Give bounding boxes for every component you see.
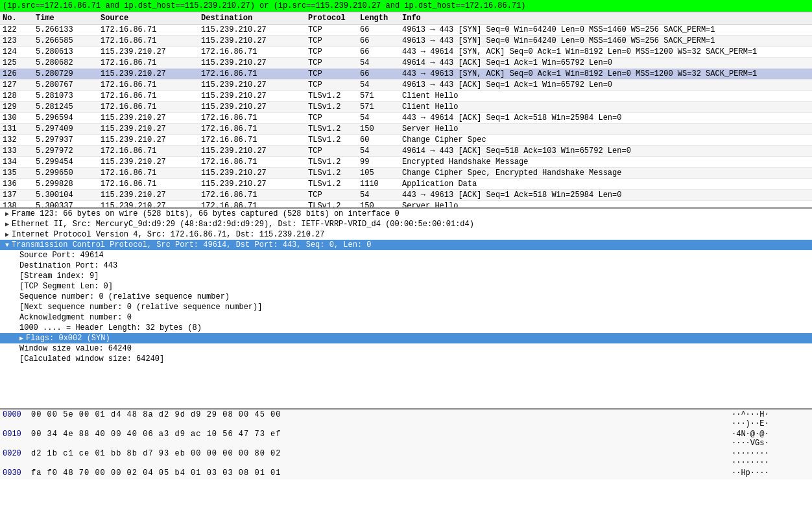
table-row[interactable]: 133 5.297972 172.16.86.71 115.239.210.27… (0, 146, 812, 157)
packet-source: 115.239.210.27 (101, 124, 201, 133)
packet-info: 443 → 49614 [ACK] Seq=1 Ack=518 Win=2598… (402, 113, 812, 122)
packet-proto: TLSv1.2 (308, 91, 360, 100)
packet-proto: TCP (308, 191, 360, 200)
packet-no: 127 (0, 80, 36, 89)
packet-time: 5.299828 (36, 179, 101, 189)
packet-no: 136 (0, 179, 36, 189)
hex-row: 0000 00 00 5e 00 01 d4 48 8a d2 9d d9 29… (0, 410, 812, 429)
expand-icon: ▶ (5, 231, 9, 238)
table-row[interactable]: 129 5.281245 172.16.86.71 115.239.210.27… (0, 102, 812, 113)
packet-len: 54 (360, 191, 402, 200)
col-header-protocol: Protocol (308, 14, 360, 23)
detail-tcp-field: [Next sequence number: 0 (relative seque… (0, 302, 812, 312)
packet-list: 122 5.266133 172.16.86.71 115.239.210.27… (0, 25, 812, 207)
packet-dest: 172.16.86.71 (201, 135, 308, 145)
hex-ascii: ··Hp···· ········ (732, 468, 809, 480)
expand-icon: ▶ (5, 220, 9, 228)
packet-len: 54 (360, 80, 402, 89)
table-row[interactable]: 125 5.280682 172.16.86.71 115.239.210.27… (0, 58, 812, 69)
table-row[interactable]: 128 5.281073 172.16.86.71 115.239.210.27… (0, 91, 812, 102)
packet-source: 115.239.210.27 (101, 69, 201, 78)
packet-source: 172.16.86.71 (101, 91, 201, 100)
packet-proto: TLSv1.2 (308, 124, 360, 133)
filter-bar[interactable]: (ip.src==172.16.86.71 and ip.dst_host==1… (0, 0, 812, 12)
packet-dest: 115.239.210.27 (201, 58, 308, 67)
packet-source: 115.239.210.27 (101, 135, 201, 145)
packet-info: Change Cipher Spec (402, 135, 812, 145)
packet-source: 172.16.86.71 (101, 36, 201, 45)
hex-bytes: 00 00 5e 00 01 d4 48 8a d2 9d d9 29 08 0… (31, 410, 726, 428)
detail-tcp-row[interactable]: ▼Transmission Control Protocol, Src Port… (0, 240, 812, 250)
packet-dest: 115.239.210.27 (201, 91, 308, 100)
packet-len: 66 (360, 69, 402, 78)
packet-no: 122 (0, 25, 36, 34)
table-row[interactable]: 137 5.300104 115.239.210.27 172.16.86.71… (0, 190, 812, 201)
table-row[interactable]: 122 5.266133 172.16.86.71 115.239.210.27… (0, 25, 812, 36)
packet-proto: TCP (308, 25, 360, 34)
hex-ascii: ·4N·@·@· ····VGs· (732, 430, 809, 448)
detail-ip-row[interactable]: ▶Internet Protocol Version 4, Src: 172.1… (0, 229, 812, 240)
table-row[interactable]: 126 5.280729 115.239.210.27 172.16.86.71… (0, 69, 812, 80)
table-row[interactable]: 135 5.299650 172.16.86.71 115.239.210.27… (0, 168, 812, 179)
expand-icon: ▼ (5, 242, 9, 249)
hex-offset: 0000 (3, 410, 29, 428)
detail-tcp-field: Sequence number: 0 (relative sequence nu… (0, 292, 812, 302)
packet-dest: 115.239.210.27 (201, 146, 308, 156)
packet-time: 5.280613 (36, 47, 101, 56)
detail-flags-text: Flags: 0x002 (SYN) (26, 334, 110, 343)
packet-dest: 115.239.210.27 (201, 25, 308, 34)
packet-len: 105 (360, 168, 402, 178)
table-row[interactable]: 131 5.297409 115.239.210.27 172.16.86.71… (0, 124, 812, 135)
detail-tcp-field: 1000 .... = Header Length: 32 bytes (8) (0, 323, 812, 333)
packet-dest: 115.239.210.27 (201, 80, 308, 89)
table-row[interactable]: 130 5.296594 115.239.210.27 172.16.86.71… (0, 113, 812, 124)
detail-ethernet-text: Ethernet II, Src: MercuryC_9d:d9:29 (48:… (12, 220, 474, 229)
table-row[interactable]: 123 5.266585 172.16.86.71 115.239.210.27… (0, 36, 812, 47)
packet-no: 128 (0, 91, 36, 100)
packet-no: 135 (0, 168, 36, 178)
table-row[interactable]: 136 5.299828 172.16.86.71 115.239.210.27… (0, 179, 812, 190)
detail-frame-row[interactable]: ▶Frame 123: 66 bytes on wire (528 bits),… (0, 209, 812, 219)
detail-tcp-text: Transmission Control Protocol, Src Port:… (12, 240, 372, 249)
packet-no: 123 (0, 36, 36, 45)
packet-dest: 172.16.86.71 (201, 113, 308, 122)
packet-time: 5.280729 (36, 69, 101, 78)
packet-proto: TCP (308, 36, 360, 45)
packet-dest: 172.16.86.71 (201, 157, 308, 167)
packet-time: 5.300337 (36, 202, 101, 207)
packet-dest: 172.16.86.71 (201, 191, 308, 200)
detail-frame-text: Frame 123: 66 bytes on wire (528 bits), … (12, 209, 400, 218)
hex-offset: 0010 (3, 430, 29, 448)
packet-proto: TLSv1.2 (308, 179, 360, 189)
detail-flags-row[interactable]: ▶Flags: 0x002 (SYN) (0, 333, 812, 343)
packet-proto: TCP (308, 69, 360, 78)
packet-len: 60 (360, 135, 402, 145)
packet-dest: 172.16.86.71 (201, 124, 308, 133)
packet-proto: TCP (308, 58, 360, 67)
hex-ascii: ········ ········ (732, 449, 809, 467)
col-header-info: Info (402, 14, 812, 23)
packet-source: 172.16.86.71 (101, 80, 201, 89)
packet-info: 443 → 49613 [SYN, ACK] Seq=0 Ack=1 Win=8… (402, 69, 812, 78)
packet-proto: TCP (308, 146, 360, 156)
table-row[interactable]: 138 5.300337 115.239.210.27 172.16.86.71… (0, 201, 812, 207)
table-row[interactable]: 127 5.280767 172.16.86.71 115.239.210.27… (0, 80, 812, 91)
detail-ethernet-row[interactable]: ▶Ethernet II, Src: MercuryC_9d:d9:29 (48… (0, 219, 812, 229)
packet-source: 172.16.86.71 (101, 168, 201, 178)
packet-source: 172.16.86.71 (101, 58, 201, 67)
packet-dest: 115.239.210.27 (201, 179, 308, 189)
table-row[interactable]: 132 5.297937 115.239.210.27 172.16.86.71… (0, 135, 812, 146)
packet-info: Encrypted Handshake Message (402, 157, 812, 167)
packet-source: 172.16.86.71 (101, 179, 201, 189)
table-row[interactable]: 134 5.299454 115.239.210.27 172.16.86.71… (0, 157, 812, 168)
detail-ip-text: Internet Protocol Version 4, Src: 172.16… (12, 230, 324, 239)
packet-time: 5.297409 (36, 124, 101, 133)
packet-dest: 115.239.210.27 (201, 36, 308, 45)
packet-len: 66 (360, 36, 402, 45)
packet-proto: TLSv1.2 (308, 168, 360, 178)
packet-len: 54 (360, 113, 402, 122)
packet-time: 5.299650 (36, 168, 101, 178)
table-row[interactable]: 124 5.280613 115.239.210.27 172.16.86.71… (0, 47, 812, 58)
packet-len: 150 (360, 202, 402, 207)
packet-len: 99 (360, 157, 402, 167)
